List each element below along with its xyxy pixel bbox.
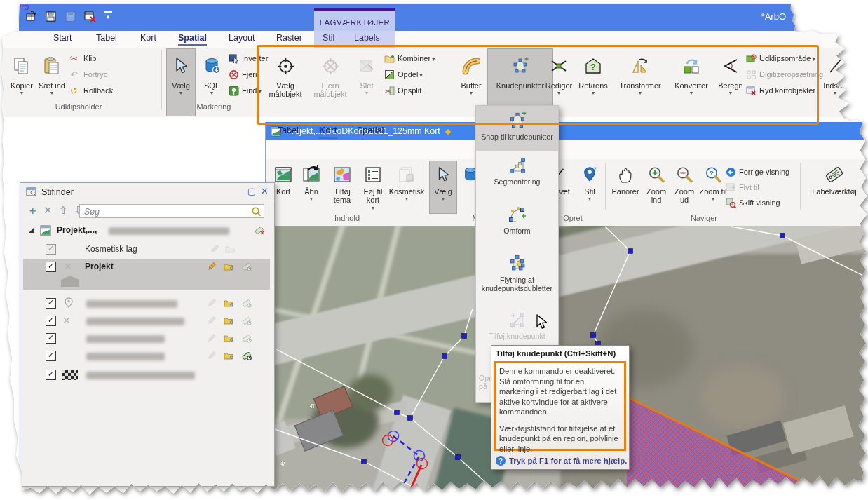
save-icon[interactable] bbox=[45, 11, 57, 22]
quick-access-chevron-icon[interactable]: ▾ bbox=[104, 11, 112, 22]
forrige-visning-button[interactable]: Forrige visning bbox=[726, 165, 789, 179]
ret-rens-button[interactable]: ? Ret/rens bbox=[576, 49, 610, 116]
flyt-til-button: Flyt til bbox=[726, 180, 759, 194]
tag-power-icon[interactable] bbox=[242, 316, 252, 325]
foej-til-kort-button[interactable]: Føj til kort bbox=[358, 161, 388, 213]
search-box[interactable] bbox=[79, 204, 264, 218]
move-up-icon[interactable]: ⇧ bbox=[59, 205, 68, 215]
ryd-kortobjekter-button[interactable]: Ryd kortobjekter bbox=[746, 83, 815, 98]
tooltip-paragraph: Værktøjstilstand for tilføjelse af et kn… bbox=[499, 424, 621, 454]
zoom-til-button[interactable]: ? Zoom til bbox=[699, 161, 727, 213]
find-pin-icon bbox=[229, 86, 239, 96]
group-separator bbox=[426, 163, 426, 210]
tab-stil[interactable]: Stil bbox=[323, 33, 334, 43]
inverter-button[interactable]: Inverter bbox=[229, 50, 268, 66]
kosmetisk-button[interactable]: Kosmetisk bbox=[389, 161, 424, 213]
tag-power-icon[interactable] bbox=[242, 298, 252, 308]
layer-visibility-checkbox[interactable] bbox=[46, 298, 56, 309]
layer-visibility-checkbox[interactable] bbox=[46, 244, 56, 255]
root-node-label[interactable]: Projekt,..., bbox=[57, 225, 97, 235]
find-button[interactable]: Find bbox=[229, 83, 262, 98]
udklipsomraade-button[interactable]: Udklipsområde bbox=[746, 50, 815, 66]
map-tab-tabel[interactable]: Tabel bbox=[278, 126, 299, 135]
tab-layout[interactable]: Layout bbox=[229, 33, 255, 43]
close-project-icon[interactable] bbox=[84, 11, 96, 22]
group-separator bbox=[800, 163, 801, 210]
tab-pro[interactable]: Pro bbox=[15, 2, 29, 12]
tree-row-projekt-selected[interactable]: ✕ Projekt bbox=[23, 259, 270, 290]
label-edit-tag-icon[interactable] bbox=[255, 225, 264, 235]
ribbon-tab-row bbox=[1, 31, 845, 48]
layer-edit-icon[interactable] bbox=[224, 298, 233, 308]
clear-map-objects-icon bbox=[746, 86, 757, 96]
tree-row-layer[interactable] bbox=[23, 330, 270, 347]
tree-row-kosmetisk[interactable]: Kosmetisk lag bbox=[23, 242, 270, 257]
remove-layer-icon[interactable]: ✕ bbox=[43, 205, 53, 215]
panorer-button[interactable]: Panorer bbox=[609, 161, 642, 213]
menu-item-omform[interactable]: Omform bbox=[476, 200, 558, 249]
transform-icon bbox=[631, 51, 649, 81]
tab-kort[interactable]: Kort bbox=[140, 33, 156, 43]
tab-raster[interactable]: Raster bbox=[276, 33, 302, 43]
tree-row-layer[interactable] bbox=[23, 348, 270, 365]
layer-visibility-checkbox[interactable] bbox=[46, 262, 56, 272]
stifinder-title: Stifinder bbox=[41, 187, 74, 197]
zoom-ud-button[interactable]: Zoom ud bbox=[671, 161, 698, 213]
map-tab-kort[interactable]: Kort bbox=[319, 126, 337, 139]
beregn-button[interactable]: Beregn bbox=[715, 49, 746, 116]
menu-item-snap-til-knudepunkter[interactable]: Snap til knudepunkter bbox=[476, 106, 558, 151]
invert-selection-icon bbox=[229, 53, 239, 64]
opdel-button[interactable]: Opdel bbox=[384, 67, 423, 82]
field-light-patch bbox=[700, 366, 785, 429]
tab-tabel[interactable]: Tabel bbox=[96, 33, 117, 43]
kombiner-button[interactable]: Kombiner bbox=[384, 50, 435, 66]
tab-start[interactable]: Start bbox=[53, 33, 72, 43]
tree-row-root[interactable]: Projekt,..., bbox=[23, 222, 270, 241]
tag-power-icon-active[interactable] bbox=[242, 351, 252, 360]
layer-visibility-checkbox[interactable] bbox=[46, 351, 56, 361]
tab-labels[interactable]: Labels bbox=[354, 33, 380, 43]
menu-item-flytning-af-knudepunktsdubletter[interactable]: Flytning af knudepunktsdubletter bbox=[476, 249, 558, 305]
transformer-button[interactable]: Transformer bbox=[613, 49, 667, 116]
map-window-title-bar[interactable]: Projekt,...,GeoDKorto2021_125mm Kort ◆ bbox=[266, 122, 868, 140]
expander-icon[interactable] bbox=[29, 227, 34, 233]
panel-maximize-icon[interactable]: ▢ bbox=[247, 187, 256, 196]
tilfoej-tema-button[interactable]: Tilføj tema bbox=[327, 161, 357, 213]
layer-edit-icon[interactable] bbox=[224, 351, 233, 360]
layer-edit-icon[interactable] bbox=[224, 316, 233, 325]
tree-row-layer[interactable] bbox=[23, 295, 270, 312]
map-tab-spatial[interactable]: Spatial bbox=[357, 126, 384, 135]
layer-edit-icon[interactable] bbox=[224, 262, 233, 271]
layer-visibility-checkbox[interactable] bbox=[46, 370, 56, 380]
konverter-button[interactable]: Konverter bbox=[669, 49, 714, 116]
map-vaelg-button[interactable]: Vælg bbox=[430, 161, 456, 213]
add-layer-icon[interactable]: ＋ bbox=[27, 205, 38, 215]
menu-item-segmentering[interactable]: Segmentering bbox=[476, 151, 558, 200]
labelvaerktoej-button[interactable]: Labelværktøj bbox=[804, 161, 864, 213]
zoom-ind-button[interactable]: Zoom ind bbox=[643, 161, 670, 213]
tab-spatial[interactable]: Spatial bbox=[178, 33, 207, 46]
panel-close-icon[interactable]: ✕ bbox=[261, 187, 269, 196]
aabn-button[interactable]: Åbn bbox=[298, 161, 325, 213]
tag-power-icon[interactable] bbox=[242, 262, 252, 271]
new-map-window-icon[interactable] bbox=[25, 11, 37, 22]
layer-edit-icon[interactable] bbox=[224, 333, 233, 343]
trees bbox=[348, 374, 392, 411]
tree-row-layer[interactable]: ✕ bbox=[23, 313, 270, 330]
tree-row-raster-layer[interactable] bbox=[23, 367, 270, 384]
vaelg-maalobjekt-button[interactable]: Vælg målobjekt bbox=[264, 49, 307, 116]
indsaet-button[interactable]: Indsæt bbox=[819, 49, 851, 116]
stifinder-title-bar[interactable]: Stifinder bbox=[20, 183, 274, 201]
stil-button[interactable]: Stil bbox=[577, 161, 602, 213]
layer-visibility-checkbox[interactable] bbox=[46, 333, 56, 344]
klip-button[interactable]: ✂ Klip bbox=[70, 50, 96, 66]
stifinder-panel[interactable]: Stifinder ▢ ✕ ＋ ✕ ⇧ ⇩ Projekt,..., Kosme… bbox=[20, 182, 275, 487]
fjern-button[interactable]: Fjern bbox=[229, 67, 259, 82]
rollback-button[interactable]: ↺ Rollback bbox=[70, 83, 113, 98]
search-input[interactable] bbox=[83, 205, 247, 218]
layer-visibility-checkbox[interactable] bbox=[46, 316, 56, 326]
edit-pencil-icon-active[interactable] bbox=[207, 262, 217, 271]
opsplit-button[interactable]: ✂ Opsplit bbox=[384, 83, 421, 98]
skift-visning-button[interactable]: Skift visning bbox=[726, 196, 780, 210]
tag-power-icon[interactable] bbox=[242, 333, 252, 343]
